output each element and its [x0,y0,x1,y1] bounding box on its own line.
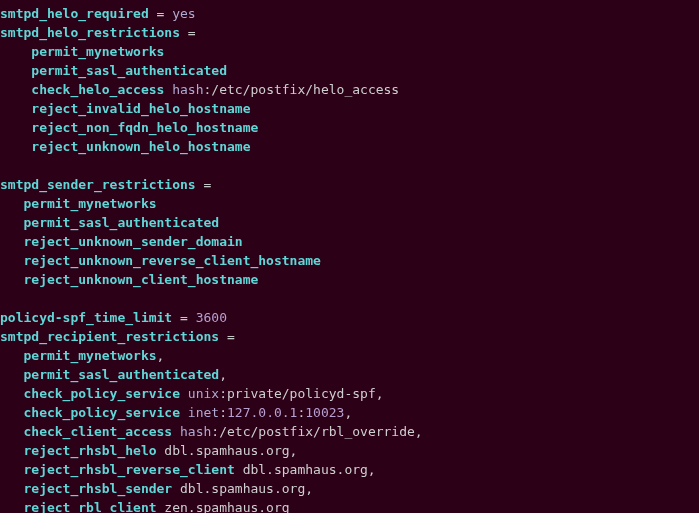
code-line: smtpd_helo_restrictions = [0,23,699,42]
code-line: permit_mynetworks [0,42,699,61]
code-line: smtpd_recipient_restrictions = [0,327,699,346]
code-line: reject_unknown_sender_domain [0,232,699,251]
code-line: reject_rhsbl_sender dbl.spamhaus.org, [0,479,699,498]
code-line: check_client_access hash:/etc/postfix/rb… [0,422,699,441]
code-line: check_policy_service unix:private/policy… [0,384,699,403]
config-code-block: smtpd_helo_required = yessmtpd_helo_rest… [0,4,699,513]
code-line: reject_unknown_helo_hostname [0,137,699,156]
code-line: reject_rhsbl_helo dbl.spamhaus.org, [0,441,699,460]
code-line: permit_mynetworks [0,194,699,213]
code-line: reject_rhsbl_reverse_client dbl.spamhaus… [0,460,699,479]
code-line: permit_mynetworks, [0,346,699,365]
code-line: reject_unknown_client_hostname [0,270,699,289]
code-line: permit_sasl_authenticated [0,213,699,232]
code-line: smtpd_helo_required = yes [0,4,699,23]
code-line: permit_sasl_authenticated [0,61,699,80]
code-line: check_policy_service inet:127.0.0.1:1002… [0,403,699,422]
code-line: reject_invalid_helo_hostname [0,99,699,118]
code-line [0,156,699,175]
code-line: reject_unknown_reverse_client_hostname [0,251,699,270]
code-line: permit_sasl_authenticated, [0,365,699,384]
code-line [0,289,699,308]
code-line: smtpd_sender_restrictions = [0,175,699,194]
code-line: reject_non_fqdn_helo_hostname [0,118,699,137]
code-line: reject_rbl_client zen.spamhaus.org [0,498,699,513]
code-line: policyd-spf_time_limit = 3600 [0,308,699,327]
code-line: check_helo_access hash:/etc/postfix/helo… [0,80,699,99]
